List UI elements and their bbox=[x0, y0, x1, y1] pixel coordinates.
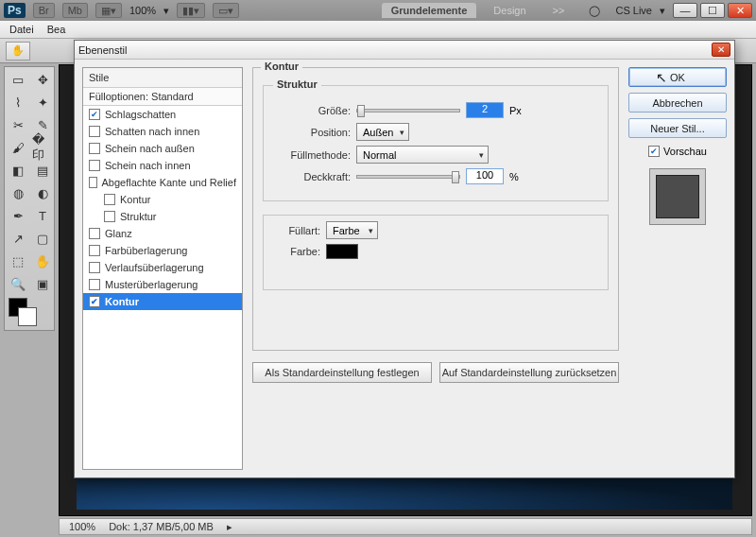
style-label: Glanz bbox=[105, 228, 132, 239]
dodge-tool[interactable]: ◐ bbox=[31, 182, 54, 203]
style-item[interactable]: Schein nach innen bbox=[83, 157, 242, 174]
style-label: Schein nach innen bbox=[105, 160, 191, 171]
window-maximize-button[interactable]: ☐ bbox=[700, 3, 725, 18]
style-label: Schatten nach innen bbox=[105, 126, 199, 137]
stamp-tool[interactable]: �印 bbox=[31, 137, 54, 158]
style-checkbox[interactable] bbox=[104, 194, 115, 205]
make-default-button[interactable]: Als Standardeinstellung festlegen bbox=[252, 362, 432, 383]
status-zoom[interactable]: 100% bbox=[69, 521, 95, 532]
style-item[interactable]: ✔Kontur bbox=[83, 293, 242, 310]
style-label: Struktur bbox=[120, 211, 157, 222]
filltype-label: Füllart: bbox=[273, 225, 320, 236]
brush-tool[interactable]: 🖌 bbox=[7, 137, 29, 158]
position-select[interactable]: Außen bbox=[356, 123, 409, 141]
style-checkbox[interactable]: ✔ bbox=[89, 296, 100, 307]
menu-file[interactable]: Datei bbox=[9, 24, 34, 35]
style-checkbox[interactable] bbox=[89, 262, 100, 273]
move-tool[interactable]: ✥ bbox=[31, 69, 54, 90]
style-item[interactable]: Musterüberlagerung bbox=[83, 276, 242, 293]
style-checkbox[interactable]: ✔ bbox=[89, 109, 100, 120]
window-minimize-button[interactable]: — bbox=[673, 3, 697, 18]
style-item[interactable]: Abgeflachte Kante und Relief bbox=[83, 174, 242, 191]
shape-tool[interactable]: ▢ bbox=[31, 228, 54, 249]
hand-tool[interactable]: ✋ bbox=[31, 251, 54, 271]
mb-badge[interactable]: Mb bbox=[62, 3, 88, 18]
style-checkbox[interactable] bbox=[104, 211, 115, 222]
style-checkbox[interactable] bbox=[89, 228, 100, 239]
cslive-button[interactable]: CS Live bbox=[615, 5, 652, 16]
marquee-tool[interactable]: ▭ bbox=[7, 69, 29, 90]
doclayout-dropdown[interactable]: ▦▾ bbox=[95, 3, 122, 18]
style-item[interactable]: Verlaufsüberlagerung bbox=[83, 259, 242, 276]
opacity-input[interactable]: 100 bbox=[466, 168, 504, 184]
opacity-label: Deckkraft: bbox=[273, 171, 351, 182]
cancel-button[interactable]: Abbrechen bbox=[628, 93, 727, 113]
blend-select[interactable]: Normal bbox=[356, 146, 489, 164]
style-item[interactable]: Farbüberlagerung bbox=[83, 242, 242, 259]
style-item[interactable]: Kontur bbox=[83, 191, 242, 208]
style-label: Schlagschatten bbox=[105, 109, 176, 120]
quickmask-tool[interactable]: ▣ bbox=[31, 273, 54, 294]
styles-header: Stile bbox=[83, 68, 242, 88]
blur-tool[interactable]: ◍ bbox=[7, 182, 29, 203]
3d-tool[interactable]: ⬚ bbox=[7, 251, 29, 271]
zoom-indicator[interactable]: 100% bbox=[129, 5, 156, 16]
style-item[interactable]: Struktur bbox=[83, 208, 242, 225]
preview-checkbox[interactable]: ✔ bbox=[648, 146, 660, 157]
app-titlebar: Ps Br Mb ▦▾ 100%▾ ▮▮▾ ▭▾ Grundelemente D… bbox=[0, 0, 756, 21]
size-label: Größe: bbox=[273, 105, 351, 116]
status-docsize: Dok: 1,37 MB/5,00 MB bbox=[109, 521, 214, 532]
style-item[interactable]: Schatten nach innen bbox=[83, 123, 242, 140]
workspace-tab-grundelemente[interactable]: Grundelemente bbox=[382, 3, 477, 18]
style-checkbox[interactable] bbox=[89, 160, 100, 171]
eraser-tool[interactable]: ◧ bbox=[7, 160, 29, 181]
fill-options-row[interactable]: Fülloptionen: Standard bbox=[83, 88, 242, 106]
ps-logo: Ps bbox=[4, 3, 26, 18]
dialog-close-button[interactable]: ✕ bbox=[712, 43, 730, 57]
size-input[interactable]: 2 bbox=[466, 102, 504, 118]
style-checkbox[interactable] bbox=[89, 143, 100, 154]
gradient-tool[interactable]: ▤ bbox=[31, 160, 54, 181]
dialog-titlebar: Ebenenstil ✕ bbox=[75, 41, 734, 60]
style-label: Musterüberlagerung bbox=[105, 279, 198, 290]
menu-edit[interactable]: Bea bbox=[47, 24, 66, 35]
filltype-select[interactable]: Farbe bbox=[326, 221, 378, 239]
zoom-tool[interactable]: 🔍 bbox=[7, 273, 29, 294]
style-label: Farbüberlagerung bbox=[105, 245, 187, 256]
tools-panel: ▭ ✥ ⌇ ✦ ✂ ✎ 🖌 �印 ◧ ▤ ◍ ◐ ✒ T ↗ ▢ ⬚ ✋ 🔍 ▣ bbox=[4, 66, 55, 331]
style-item[interactable]: ✔Schlagschatten bbox=[83, 106, 242, 123]
color-swatch[interactable] bbox=[326, 244, 358, 259]
preview-label: Vorschau bbox=[663, 146, 707, 157]
workspace-more[interactable]: >> bbox=[543, 3, 575, 18]
view-a-dropdown[interactable]: ▮▮▾ bbox=[177, 3, 205, 18]
lasso-tool[interactable]: ⌇ bbox=[7, 92, 29, 113]
style-checkbox[interactable] bbox=[89, 126, 100, 137]
br-badge[interactable]: Br bbox=[33, 3, 55, 18]
dialog-right-panel: ↖ OK Abbrechen Neuer Stil... ✔ Vorschau bbox=[628, 67, 727, 470]
pen-tool[interactable]: ✒ bbox=[7, 205, 29, 226]
workspace-tab-design[interactable]: Design bbox=[484, 3, 535, 18]
styles-list: ✔SchlagschattenSchatten nach innenSchein… bbox=[83, 106, 242, 469]
color-swatches[interactable] bbox=[7, 296, 54, 328]
window-close-button[interactable]: ✕ bbox=[728, 3, 752, 18]
status-arrow-icon[interactable]: ▸ bbox=[227, 521, 232, 533]
reset-default-button[interactable]: Auf Standardeinstellung zurücksetzen bbox=[439, 362, 619, 383]
style-checkbox[interactable] bbox=[89, 279, 100, 290]
style-item[interactable]: Glanz bbox=[83, 225, 242, 242]
style-checkbox[interactable] bbox=[89, 245, 100, 256]
path-tool[interactable]: ↗ bbox=[7, 228, 29, 249]
ok-button[interactable]: ↖ OK bbox=[628, 67, 727, 87]
type-tool[interactable]: T bbox=[31, 205, 54, 226]
background-color[interactable] bbox=[18, 307, 37, 326]
style-checkbox[interactable] bbox=[89, 177, 97, 188]
opacity-slider[interactable] bbox=[356, 175, 460, 179]
new-style-button[interactable]: Neuer Stil... bbox=[628, 118, 727, 138]
blend-label: Füllmethode: bbox=[273, 149, 351, 161]
style-label: Schein nach außen bbox=[105, 143, 195, 154]
size-slider[interactable] bbox=[356, 109, 460, 113]
hand-tool-icon[interactable]: ✋ bbox=[6, 42, 30, 61]
style-item[interactable]: Schein nach außen bbox=[83, 140, 242, 157]
wand-tool[interactable]: ✦ bbox=[31, 92, 54, 113]
crop-tool[interactable]: ✂ bbox=[7, 114, 29, 135]
view-b-dropdown[interactable]: ▭▾ bbox=[213, 3, 239, 18]
